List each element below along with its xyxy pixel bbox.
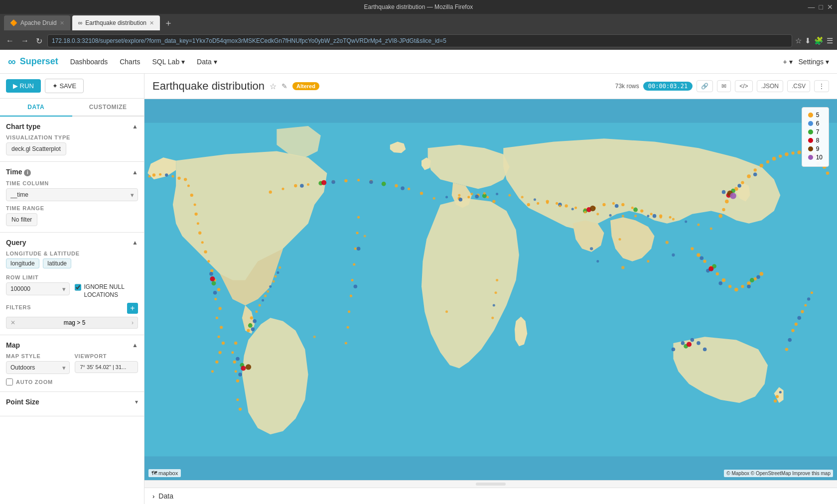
section-point-size-header[interactable]: Point Size ▾	[6, 398, 138, 406]
svg-point-186	[571, 208, 574, 210]
legend-dot-5	[808, 113, 813, 118]
time-badge: 00:00:03.21	[643, 82, 693, 91]
add-filter-btn[interactable]: +	[127, 303, 138, 314]
tab-close-earthquake[interactable]: ✕	[149, 20, 154, 26]
svg-point-48	[741, 181, 744, 184]
link-btn[interactable]: 🔗	[697, 80, 713, 92]
new-tab-btn[interactable]: ＋	[164, 17, 173, 29]
svg-point-7	[216, 317, 218, 319]
time-column-select-wrapper: __time	[6, 188, 138, 201]
csv-btn[interactable]: .CSV	[787, 80, 810, 92]
svg-point-4	[222, 342, 225, 345]
section-time-header[interactable]: Time i ▲	[6, 168, 138, 176]
window-controls[interactable]: — □ ✕	[808, 3, 833, 11]
nav-charts[interactable]: Charts	[120, 56, 140, 68]
section-query-header[interactable]: Query ▲	[6, 239, 138, 247]
filter-arrow-icon[interactable]: ›	[132, 319, 134, 326]
header-right: + ▾ Settings ▾	[783, 56, 829, 68]
filter-remove-icon[interactable]: ✕	[10, 319, 15, 326]
code-btn[interactable]: </>	[735, 80, 752, 92]
extensions-btn[interactable]: 🧩	[814, 36, 824, 45]
legend-dot-10	[808, 155, 813, 160]
save-button[interactable]: ✦ SAVE	[45, 79, 84, 93]
add-btn[interactable]: + ▾	[783, 56, 792, 68]
longitude-tag[interactable]: longitude	[6, 258, 39, 268]
time-range-value[interactable]: No filter	[6, 213, 37, 226]
settings-btn[interactable]: Settings ▾	[799, 56, 829, 68]
time-info-icon[interactable]: i	[24, 169, 31, 176]
section-chart-type-header[interactable]: Chart type ▲	[6, 123, 138, 130]
svg-point-65	[703, 259, 706, 262]
maximize-btn[interactable]: □	[819, 3, 823, 11]
map-container[interactable]: 5 6 7 8 9	[144, 99, 837, 480]
filters-container: FILTERS + ✕ mag > 5 ›	[6, 303, 138, 329]
more-btn[interactable]: ⋮	[814, 80, 829, 92]
mail-btn[interactable]: ✉	[717, 80, 731, 92]
section-map-header[interactable]: Map ▲	[6, 341, 138, 349]
json-btn[interactable]: .JSON	[757, 80, 783, 92]
filter-row: ✕ mag > 5 ›	[6, 317, 138, 329]
tab-close-apache-druid[interactable]: ✕	[60, 20, 64, 26]
svg-point-128	[331, 180, 335, 184]
forward-btn[interactable]: →	[19, 35, 31, 46]
svg-point-21	[187, 184, 190, 187]
address-input[interactable]	[47, 34, 792, 47]
viz-type-value[interactable]: deck.gl Scatterplot	[6, 142, 66, 155]
section-point-size-title: Point Size	[6, 398, 39, 406]
reload-btn[interactable]: ↻	[34, 35, 44, 47]
star-icon[interactable]: ☆	[270, 82, 277, 91]
svg-point-99	[357, 216, 360, 219]
tab-earthquake-dist[interactable]: ∞ Earthquake distribution ✕	[72, 15, 160, 30]
svg-point-172	[274, 275, 277, 277]
back-btn[interactable]: ←	[4, 35, 16, 46]
svg-point-220	[445, 310, 448, 313]
time-column-select[interactable]: __time	[6, 188, 138, 201]
svg-point-83	[527, 203, 530, 206]
map-legend: 5 6 7 8 9	[802, 107, 829, 167]
svg-point-88	[574, 207, 577, 209]
svg-point-203	[795, 323, 798, 326]
viewport-value[interactable]: 7° 35' 54.02" | 31...	[75, 361, 139, 373]
map-style-container: MAP STYLE Outdoors	[6, 353, 70, 374]
map-style-select[interactable]: Outdoors	[6, 361, 70, 374]
app-header: ∞ Superset Dashboards Charts SQL Lab ▾ D…	[0, 50, 837, 74]
svg-point-176	[445, 196, 448, 198]
map-toggle-icon[interactable]: ▲	[132, 342, 138, 349]
query-toggle-icon[interactable]: ▲	[132, 239, 138, 246]
tab-data[interactable]: DATA	[0, 99, 72, 117]
svg-point-16	[198, 232, 201, 235]
latitude-tag[interactable]: latitude	[43, 258, 71, 268]
point-size-toggle-icon[interactable]: ▾	[135, 398, 138, 405]
tab-apache-druid[interactable]: 🔶 Apache Druid ✕	[4, 15, 70, 30]
menu-btn[interactable]: ☰	[827, 36, 833, 45]
download-btn[interactable]: ⬇	[805, 36, 811, 45]
nav-dashboards[interactable]: Dashboards	[70, 56, 108, 68]
tab-customize[interactable]: CUSTOMIZE	[72, 99, 144, 116]
sidebar: ▶ RUN ✦ SAVE DATA CUSTOMIZE Chart type ▲…	[0, 74, 144, 504]
row-limit-select[interactable]: 100000	[6, 282, 70, 295]
svg-point-150	[248, 323, 253, 328]
time-toggle-icon[interactable]: ▲	[132, 169, 138, 176]
nav-sql-lab[interactable]: SQL Lab ▾	[152, 56, 185, 68]
section-chart-type: Chart type ▲ VISUALIZATION TYPE deck.gl …	[0, 117, 144, 162]
minimize-btn[interactable]: —	[808, 3, 815, 11]
svg-point-179	[483, 192, 486, 195]
auto-zoom-checkbox[interactable]	[6, 378, 13, 385]
viz-type-label: VISUALIZATION TYPE	[6, 134, 138, 140]
nav-data[interactable]: Data ▾	[197, 56, 217, 68]
svg-point-28	[236, 398, 239, 401]
ignore-null-checkbox[interactable]	[75, 284, 81, 291]
svg-point-210	[496, 279, 498, 281]
legend-label-7: 7	[816, 128, 820, 135]
svg-point-115	[236, 357, 240, 361]
filter-tag[interactable]: ✕ mag > 5 ›	[6, 317, 138, 329]
app: ∞ Superset Dashboards Charts SQL Lab ▾ D…	[0, 50, 837, 504]
run-button[interactable]: ▶ RUN	[6, 79, 41, 93]
data-section[interactable]: › Data	[144, 488, 837, 504]
scrollbar-stub[interactable]	[476, 483, 506, 486]
chart-type-toggle-icon[interactable]: ▲	[132, 123, 138, 130]
close-btn[interactable]: ✕	[827, 3, 833, 11]
svg-point-163	[590, 206, 595, 211]
bookmark-btn[interactable]: ☆	[795, 36, 802, 45]
edit-icon[interactable]: ✎	[281, 82, 287, 90]
